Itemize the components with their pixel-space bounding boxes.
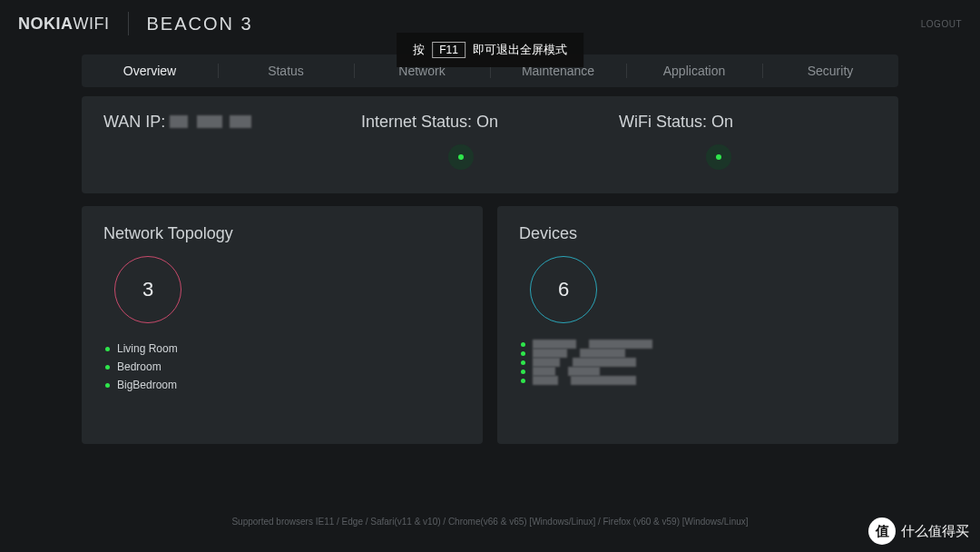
device-item-masked[interactable] xyxy=(521,367,877,376)
device-item-masked[interactable] xyxy=(521,358,877,367)
device-item-masked[interactable] xyxy=(521,376,877,385)
wifi-status-indicator xyxy=(706,144,731,170)
logout-link[interactable]: LOGOUT xyxy=(921,19,962,29)
tab-security[interactable]: Security xyxy=(762,54,898,87)
wifi-status-block: WiFi Status: On xyxy=(619,113,877,170)
wifi-status-label: WiFi Status: On xyxy=(619,113,877,132)
network-topology-panel[interactable]: Network Topology 3 Living Room Bedroom B… xyxy=(82,206,483,444)
watermark-text: 什么值得买 xyxy=(901,523,969,540)
toast-post: 即可退出全屏模式 xyxy=(473,42,567,58)
topology-title: Network Topology xyxy=(103,224,461,243)
internet-status-label: Internet Status: On xyxy=(361,113,619,132)
topology-item[interactable]: Bedroom xyxy=(105,358,461,376)
tab-status[interactable]: Status xyxy=(218,54,354,87)
wan-ip-block: WAN IP: xyxy=(103,113,361,170)
topology-item[interactable]: BigBedroom xyxy=(105,376,461,394)
device-item-masked[interactable] xyxy=(521,349,877,358)
wan-ip-value-masked xyxy=(170,115,260,128)
brand-logo: NOKIAWIFI xyxy=(18,15,110,34)
internet-status-block: Internet Status: On xyxy=(361,113,619,170)
topology-count-circle: 3 xyxy=(114,256,181,323)
internet-status-indicator xyxy=(448,144,474,170)
device-item-masked[interactable] xyxy=(521,340,877,349)
fullscreen-toast: 按 F11 即可退出全屏模式 xyxy=(397,33,583,67)
watermark: 值 什么值得买 xyxy=(868,518,969,545)
wan-ip-label: WAN IP: xyxy=(103,113,165,131)
devices-panel[interactable]: Devices 6 xyxy=(497,206,898,444)
footer-text: Supported browsers IE11 / Edge / Safari(… xyxy=(0,517,980,527)
toast-pre: 按 xyxy=(413,42,425,58)
devices-title: Devices xyxy=(519,224,877,243)
tab-application[interactable]: Application xyxy=(626,54,762,87)
devices-count-circle: 6 xyxy=(530,256,597,323)
topology-list: Living Room Bedroom BigBedroom xyxy=(103,340,461,394)
status-card: WAN IP: Internet Status: On WiFi Status:… xyxy=(82,96,898,193)
brand-thin: WIFI xyxy=(74,15,110,34)
devices-list xyxy=(519,340,877,385)
divider xyxy=(128,12,129,35)
brand-bold: NOKIA xyxy=(18,15,74,34)
product-name: BEACON 3 xyxy=(147,14,253,34)
toast-key: F11 xyxy=(432,42,466,58)
tab-overview[interactable]: Overview xyxy=(82,54,218,87)
watermark-badge: 值 xyxy=(868,518,896,545)
content-panels: Network Topology 3 Living Room Bedroom B… xyxy=(82,206,898,444)
topology-item[interactable]: Living Room xyxy=(105,340,461,358)
